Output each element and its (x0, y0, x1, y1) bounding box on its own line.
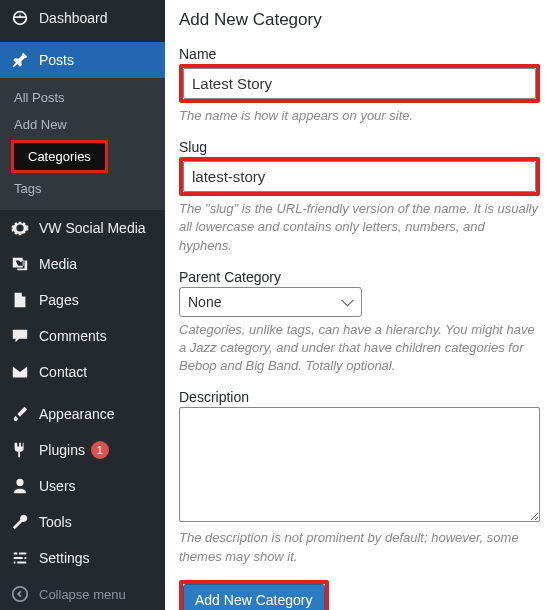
submenu-tags[interactable]: Tags (0, 175, 55, 202)
sidebar-item-plugins[interactable]: Plugins 1 (0, 432, 165, 468)
sidebar-item-label: Tools (39, 514, 72, 530)
parent-label: Parent Category (179, 269, 540, 285)
admin-sidebar: Dashboard Posts All Posts Add New Catego… (0, 0, 165, 610)
submenu-add-new[interactable]: Add New (0, 111, 81, 138)
sidebar-item-contact[interactable]: Contact (0, 354, 165, 390)
sidebar-item-label: Collapse menu (39, 587, 126, 602)
sidebar-item-tools[interactable]: Tools (0, 504, 165, 540)
gear-icon (10, 218, 30, 238)
sidebar-item-dashboard[interactable]: Dashboard (0, 0, 165, 36)
sidebar-item-comments[interactable]: Comments (0, 318, 165, 354)
sidebar-item-label: Posts (39, 52, 74, 68)
highlight-slug (179, 157, 540, 196)
update-badge: 1 (91, 441, 109, 459)
sidebar-item-label: Users (39, 478, 76, 494)
comment-icon (10, 326, 30, 346)
sliders-icon (10, 548, 30, 568)
posts-submenu: All Posts Add New Categories Tags (0, 78, 165, 210)
page-title: Add New Category (179, 10, 540, 30)
name-input[interactable] (183, 68, 536, 99)
wrench-icon (10, 512, 30, 532)
sidebar-item-pages[interactable]: Pages (0, 282, 165, 318)
submenu-categories[interactable]: Categories (11, 140, 108, 173)
sidebar-item-media[interactable]: Media (0, 246, 165, 282)
submenu-all-posts[interactable]: All Posts (0, 84, 79, 111)
plug-icon (10, 440, 30, 460)
slug-help: The "slug" is the URL-friendly version o… (179, 200, 540, 255)
sidebar-collapse[interactable]: Collapse menu (0, 576, 165, 610)
slug-label: Slug (179, 139, 540, 155)
main-content: Add New Category Name The name is how it… (165, 0, 550, 610)
page-icon (10, 290, 30, 310)
description-help: The description is not prominent by defa… (179, 529, 540, 565)
brush-icon (10, 404, 30, 424)
sidebar-item-users[interactable]: Users (0, 468, 165, 504)
slug-input[interactable] (183, 161, 536, 192)
pin-icon (10, 50, 30, 70)
description-textarea[interactable] (179, 407, 540, 522)
media-icon (10, 254, 30, 274)
sidebar-item-label: VW Social Media (39, 220, 146, 236)
sidebar-item-label: Settings (39, 550, 90, 566)
mail-icon (10, 362, 30, 382)
name-label: Name (179, 46, 540, 62)
highlight-submit: Add New Category (179, 580, 329, 610)
sidebar-item-posts[interactable]: Posts (0, 42, 165, 78)
sidebar-item-label: Dashboard (39, 10, 108, 26)
add-category-button[interactable]: Add New Category (183, 584, 325, 610)
sidebar-item-vw-social[interactable]: VW Social Media (0, 210, 165, 246)
highlight-name (179, 64, 540, 103)
sidebar-item-label: Media (39, 256, 77, 272)
sidebar-item-appearance[interactable]: Appearance (0, 396, 165, 432)
parent-select[interactable]: None (179, 287, 362, 317)
description-label: Description (179, 389, 540, 405)
name-help: The name is how it appears on your site. (179, 107, 540, 125)
sidebar-item-label: Plugins (39, 442, 85, 458)
sidebar-item-label: Appearance (39, 406, 115, 422)
parent-help: Categories, unlike tags, can have a hier… (179, 321, 540, 376)
svg-point-0 (13, 587, 27, 601)
sidebar-item-label: Pages (39, 292, 79, 308)
sidebar-item-label: Comments (39, 328, 107, 344)
user-icon (10, 476, 30, 496)
sidebar-item-label: Contact (39, 364, 87, 380)
sidebar-item-settings[interactable]: Settings (0, 540, 165, 576)
dashboard-icon (10, 8, 30, 28)
collapse-icon (10, 584, 30, 604)
